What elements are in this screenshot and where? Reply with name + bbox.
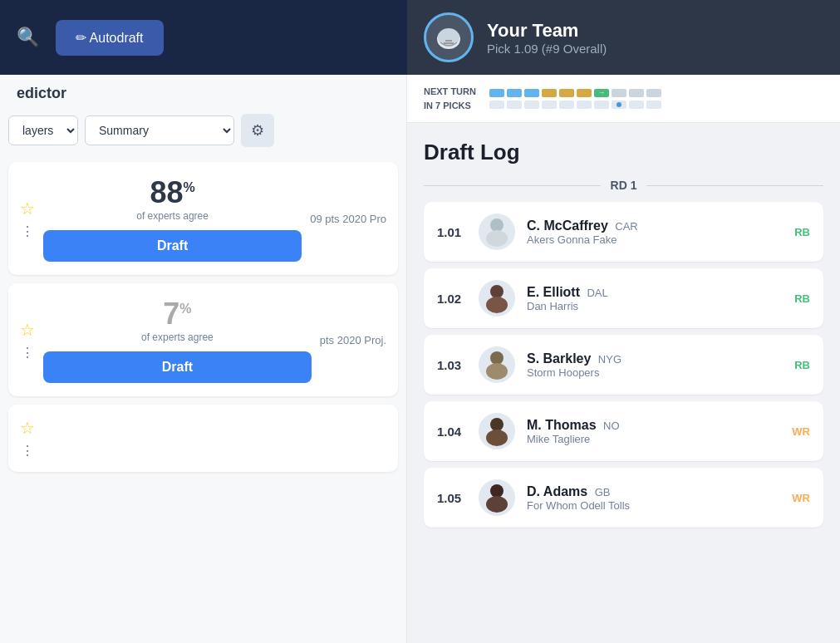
- svg-point-9: [486, 363, 508, 380]
- player-avatar: [479, 413, 515, 449]
- player-info: S. Barkley NYG Storm Hoopers: [527, 351, 783, 379]
- pick-dot-blue: [507, 89, 522, 97]
- star-icon[interactable]: ☆: [20, 199, 35, 218]
- card-stats: 88% of experts agree Draft: [43, 175, 302, 262]
- players-filter-select[interactable]: layers: [8, 115, 78, 145]
- draft-log-area: Draft Log RD 1 1.01 C. McCaffrey CAR Ake…: [407, 123, 840, 643]
- svg-point-8: [490, 351, 504, 365]
- player-cards-list: ☆ ⋮ 88% of experts agree Draft 09 pts 20…: [0, 155, 406, 643]
- draft-log-title: Draft Log: [424, 140, 823, 165]
- more-options-icon[interactable]: ⋮: [21, 443, 34, 459]
- position-badge: RB: [794, 359, 810, 371]
- round-line-right: [646, 185, 823, 186]
- draft-entry: 1.05 D. Adams GB For Whom Odell Tolls WR: [424, 468, 823, 528]
- pick-dot-light: [646, 101, 661, 109]
- draft-button[interactable]: Draft: [43, 351, 312, 383]
- position-badge: RB: [794, 226, 810, 238]
- more-options-icon[interactable]: ⋮: [21, 223, 34, 239]
- player-avatar: [479, 479, 515, 516]
- player-avatar: [479, 214, 515, 250]
- card-left-actions: ☆ ⋮: [20, 199, 35, 239]
- pick-dot-blue: [524, 89, 539, 97]
- position-badge: WR: [792, 425, 810, 438]
- team-pick: Pick 1.09 (#9 Overall): [487, 42, 607, 56]
- player-team: NYG: [598, 353, 621, 366]
- gear-button[interactable]: ⚙: [241, 114, 274, 147]
- pick-dot-gray: [646, 89, 661, 97]
- round-label: RD 1: [611, 179, 637, 192]
- right-header-section: Your Team Pick 1.09 (#9 Overall): [407, 0, 840, 75]
- svg-point-13: [486, 496, 508, 513]
- next-turn-bar: NEXT TURN IN 7 PICKS →: [407, 75, 840, 123]
- svg-point-11: [486, 429, 508, 446]
- pick-dot-light: [577, 101, 592, 109]
- draft-entry: 1.01 C. McCaffrey CAR Akers Gonna Fake R…: [424, 202, 823, 262]
- pick-number: 1.03: [437, 358, 467, 372]
- player-card: ☆ ⋮ 7% of experts agree Draft pts 2020 P…: [8, 283, 398, 396]
- player-team: GB: [595, 486, 611, 498]
- pick-dot-light: [489, 101, 504, 109]
- more-options-icon[interactable]: ⋮: [21, 345, 34, 361]
- pick-dot-light: [524, 101, 539, 109]
- expert-percentage: 88%: [43, 175, 302, 210]
- star-icon[interactable]: ☆: [20, 320, 35, 340]
- search-icon[interactable]: 🔍: [17, 27, 39, 48]
- team-avatar: [424, 12, 474, 62]
- left-subtitle: edictor: [0, 75, 406, 106]
- right-panel: NEXT TURN IN 7 PICKS →: [407, 75, 840, 643]
- svg-point-5: [486, 230, 508, 247]
- pick-number: 1.04: [437, 425, 467, 439]
- player-name: M. Thomas NO: [527, 418, 780, 433]
- owner-name: Mike Tagliere: [527, 433, 780, 445]
- owner-name: Akers Gonna Fake: [527, 233, 783, 246]
- svg-point-12: [490, 484, 504, 498]
- expert-percentage: 7%: [43, 297, 312, 331]
- next-turn-label: NEXT TURN IN 7 PICKS: [424, 85, 476, 112]
- player-avatar: [479, 346, 515, 383]
- card-pts-info: pts 2020 Proj.: [320, 334, 386, 346]
- star-icon[interactable]: ☆: [20, 418, 35, 438]
- owner-name: Dan Harris: [527, 300, 783, 312]
- pick-dots: →: [489, 89, 661, 109]
- position-badge: WR: [792, 492, 810, 504]
- position-badge: RB: [794, 292, 810, 305]
- team-name: Your Team: [487, 20, 607, 42]
- expert-label: of experts agree: [43, 210, 302, 222]
- player-team: NO: [603, 420, 620, 432]
- player-info: D. Adams GB For Whom Odell Tolls: [527, 484, 780, 512]
- draft-button[interactable]: Draft: [43, 230, 302, 262]
- svg-point-6: [490, 285, 504, 298]
- pick-dot-gray: [629, 89, 644, 97]
- player-name: D. Adams GB: [527, 484, 780, 499]
- player-name: C. McCaffrey CAR: [527, 218, 783, 233]
- player-card: ☆ ⋮: [8, 405, 398, 472]
- player-info: E. Elliott DAL Dan Harris: [527, 285, 783, 312]
- pick-row-top: →: [489, 89, 661, 97]
- player-name: S. Barkley NYG: [527, 351, 783, 366]
- owner-name: For Whom Odell Tolls: [527, 499, 780, 512]
- card-left-actions: ☆ ⋮: [20, 418, 35, 459]
- player-card: ☆ ⋮ 88% of experts agree Draft 09 pts 20…: [8, 162, 398, 275]
- player-team: CAR: [615, 220, 637, 233]
- pick-dot-light: [629, 101, 644, 109]
- svg-point-10: [490, 418, 504, 431]
- pick-dot-light: [542, 101, 557, 109]
- svg-point-7: [486, 297, 508, 313]
- svg-point-4: [490, 218, 504, 232]
- pick-dot-current: →: [594, 89, 609, 97]
- player-info: C. McCaffrey CAR Akers Gonna Fake: [527, 218, 783, 246]
- card-stats: 7% of experts agree Draft: [43, 297, 312, 383]
- team-info: Your Team Pick 1.09 (#9 Overall): [487, 20, 607, 56]
- autodraft-button[interactable]: ✏ Autodraft: [56, 20, 164, 56]
- summary-filter-select[interactable]: Summary: [85, 115, 234, 145]
- card-points: pts 2020 Proj.: [320, 334, 386, 346]
- pick-number: 1.05: [437, 491, 467, 505]
- owner-name: Storm Hoopers: [527, 366, 783, 379]
- round-line-left: [424, 185, 601, 186]
- left-header-section: 🔍 ✏ Autodraft: [0, 0, 407, 75]
- pick-dot-light: [559, 101, 574, 109]
- pick-dot-gray: [612, 89, 626, 97]
- pick-row-bottom: [489, 101, 661, 109]
- expert-label: of experts agree: [43, 331, 312, 343]
- card-points: 09 pts 2020 Pro: [310, 213, 386, 225]
